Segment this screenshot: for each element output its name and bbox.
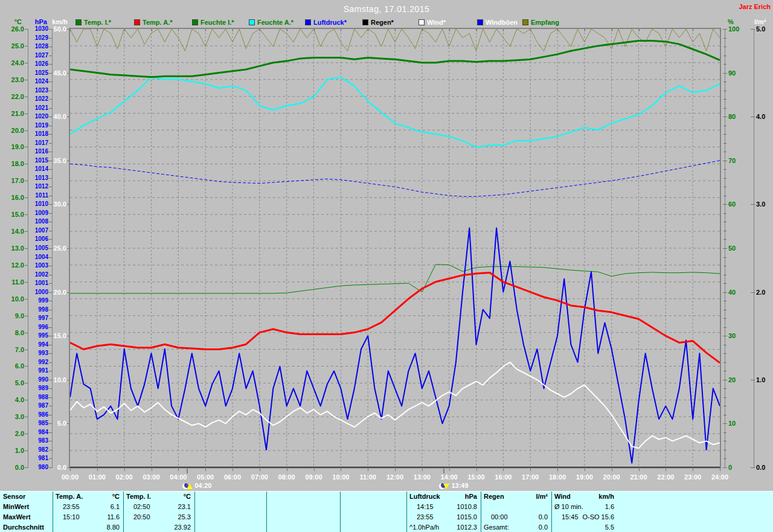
table-cell: 23.1 [123,502,191,512]
table-row-label-sensor: Sensor [3,492,25,502]
sun-moon-markers: 04:2013:49 [0,0,773,532]
statistics-table: SensorMinWertMaxWertDurchschnittTemp. A.… [0,491,773,532]
marker-time: 04:20 [194,482,211,489]
table-cell: 1015.0 [406,512,477,522]
table-cell: O-SO 15.6 [551,512,614,522]
table-cell: 25.3 [123,512,191,522]
table-row-label-maxwert: MaxWert [3,512,31,522]
marker-time: 13:49 [451,482,468,489]
table-row-label-durchschnitt: Durchschnitt [3,522,44,532]
table-cell: hPa [406,492,477,502]
table-cell: 6.1 [53,502,120,512]
table-cell: 23.92 [123,522,191,532]
table-divider [266,492,267,532]
weather-app-window: { "page": { "title": "Samstag, 17.01.201… [0,0,773,532]
table-cell: 11.6 [53,512,120,522]
table-divider [340,492,341,532]
table-cell: °C [53,492,120,502]
table-cell: 8.80 [53,522,120,532]
table-cell: 1.6 [551,502,614,512]
table-divider [194,492,195,532]
arrow-down-icon [443,484,449,489]
arrow-up-icon [187,484,193,489]
table-cell: 1012.3 [406,522,477,532]
table-cell: 0.0 [481,512,548,522]
table-cell: 5.5 [551,522,614,532]
table-cell: l/m² [481,492,548,502]
table-cell: 0.0 [481,522,548,532]
table-cell: 1010.8 [406,502,477,512]
table-row-label-minwert: MinWert [3,502,29,512]
moonset-tick [443,468,444,473]
table-cell: km/h [551,492,614,502]
moonrise-tick [187,468,188,473]
table-cell: °C [123,492,191,502]
